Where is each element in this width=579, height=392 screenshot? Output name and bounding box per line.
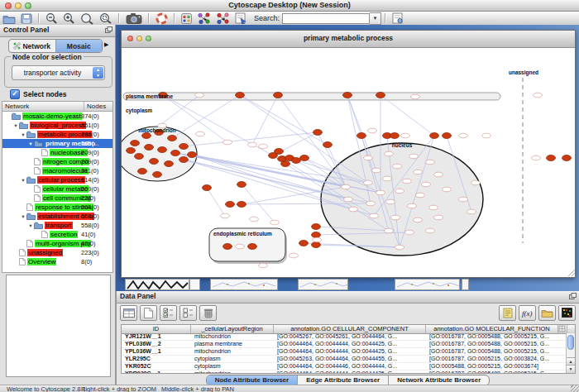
network-node[interactable] — [127, 148, 136, 154]
table-row[interactable]: YPL036W__2plasma membrane[GO:0044464, GO… — [122, 341, 566, 348]
network-node-label[interactable] — [366, 201, 376, 206]
network-node-label[interactable] — [403, 179, 412, 184]
attribute-table-button[interactable] — [120, 305, 137, 321]
network-node[interactable] — [562, 155, 572, 161]
select-nodes-checkbox[interactable]: ✓ — [10, 89, 20, 99]
tree-row[interactable]: ▼metabolic process280(0) — [2, 130, 112, 139]
tab-mosaic[interactable]: Mosaic — [56, 40, 103, 52]
help-button[interactable] — [154, 12, 170, 25]
table-row[interactable]: YDR039C__1mitochondrion[GO:0044464, GO:0… — [122, 370, 566, 373]
network-node[interactable] — [131, 141, 140, 146]
network-node-label[interactable] — [426, 228, 435, 233]
network-node-label[interactable] — [248, 142, 257, 147]
delete-attribute-button[interactable] — [199, 305, 217, 321]
tree-row[interactable]: ▼biological_process651(0) — [2, 121, 112, 130]
network-node-label[interactable] — [385, 228, 394, 233]
vizmapper-button[interactable] — [179, 12, 194, 25]
network-node[interactable] — [165, 161, 174, 167]
network-node[interactable] — [171, 151, 180, 156]
network-node-label[interactable] — [395, 245, 404, 250]
background-window-strip[interactable] — [125, 279, 189, 290]
network-node[interactable] — [547, 155, 556, 161]
tree-column-network[interactable]: Network — [2, 102, 84, 111]
network-node[interactable] — [312, 242, 321, 248]
tree-row[interactable]: ▼establishment of lo558(0) — [2, 212, 112, 221]
layout-network-button[interactable] — [195, 12, 213, 25]
network-node-label[interactable] — [532, 155, 541, 160]
column-header[interactable]: ID — [122, 325, 191, 333]
float-panel-icon[interactable] — [569, 293, 577, 299]
background-window-strip[interactable] — [210, 279, 278, 290]
network-node-label[interactable] — [221, 213, 230, 218]
network-node-label[interactable] — [414, 170, 423, 174]
tree-row[interactable]: ▼cellular process614(0) — [2, 175, 112, 184]
network-node[interactable] — [179, 157, 189, 163]
save-session-button[interactable] — [19, 12, 34, 25]
network-node[interactable] — [188, 152, 197, 158]
network-node-label[interactable] — [223, 140, 232, 145]
network-node[interactable] — [313, 130, 323, 136]
disclosure-icon[interactable]: ▼ — [20, 178, 26, 183]
network-node[interactable] — [430, 133, 439, 139]
background-window-strip[interactable] — [189, 279, 200, 290]
table-row[interactable]: YKR052Ccytoplasm[GO:0044464, GO:0044446,… — [122, 363, 566, 370]
network-node-label[interactable] — [195, 93, 204, 98]
tree-row[interactable]: response to stimulu264(0) — [2, 203, 112, 212]
tree-row[interactable]: ▼primary metabo209(... — [2, 139, 112, 148]
network-node[interactable] — [179, 144, 189, 150]
network-node[interactable] — [312, 232, 321, 238]
network-node-label[interactable] — [429, 205, 438, 210]
network-node-label[interactable] — [459, 133, 468, 138]
matrix-view-button[interactable] — [558, 305, 576, 321]
network-node-label[interactable] — [414, 218, 423, 222]
background-window-strip[interactable] — [462, 279, 469, 290]
snapshot-button[interactable] — [124, 12, 144, 25]
network-node[interactable] — [237, 202, 246, 208]
network-node[interactable] — [145, 145, 154, 151]
network-node[interactable] — [138, 169, 147, 174]
search-input[interactable] — [282, 13, 370, 24]
tree-row[interactable]: cell communicat22(0) — [2, 194, 112, 203]
network-node-label[interactable] — [395, 189, 404, 194]
network-node[interactable] — [299, 241, 309, 246]
scroll-down-icon[interactable]: ▼ — [567, 365, 575, 373]
float-panel-icon[interactable] — [105, 26, 112, 33]
disclosure-icon[interactable]: ▼ — [27, 223, 34, 228]
network-node[interactable] — [390, 133, 400, 139]
column-header[interactable]: _cellularLayoutRegion — [191, 325, 274, 333]
network-node[interactable] — [142, 133, 151, 139]
zoom-selected-button[interactable] — [98, 12, 114, 25]
attribute-notes-button[interactable] — [499, 305, 516, 321]
network-node[interactable] — [300, 155, 309, 161]
network-node-label[interactable] — [349, 207, 358, 212]
annotation-button[interactable] — [233, 12, 248, 25]
network-node-label[interactable] — [385, 151, 394, 156]
network-node-label[interactable] — [259, 144, 268, 149]
column-header[interactable]: annotation.GO MOLECULAR_FUNCTION — [426, 325, 558, 333]
network-node[interactable] — [237, 182, 246, 188]
network-node-label[interactable] — [482, 133, 491, 138]
frame-resize-grip[interactable] — [568, 270, 575, 276]
network-node-label[interactable] — [459, 197, 468, 202]
search-dropdown-button[interactable]: ▼ — [370, 12, 381, 25]
network-node-label[interactable] — [364, 155, 373, 160]
network-node-label[interactable] — [434, 215, 443, 220]
table-row[interactable]: YJR121W__1mitochondrion[GO:0045267, GO:0… — [122, 333, 566, 341]
network-node-label[interactable] — [422, 182, 431, 187]
network-node-label[interactable] — [393, 164, 402, 169]
network-node-label[interactable] — [372, 168, 381, 173]
network-node-label[interactable] — [364, 180, 373, 185]
layout-selected-button[interactable] — [214, 12, 232, 25]
network-node-label[interactable] — [250, 217, 259, 222]
network-node-label[interactable] — [411, 94, 420, 99]
network-node[interactable] — [150, 159, 159, 165]
network-node[interactable] — [275, 149, 284, 155]
network-node[interactable] — [158, 147, 167, 153]
network-node-label[interactable] — [376, 190, 385, 195]
network-node-label[interactable] — [368, 128, 377, 133]
network-node[interactable] — [281, 161, 290, 167]
function-builder-button[interactable]: f(x) — [519, 305, 536, 321]
network-node[interactable] — [357, 133, 366, 139]
background-window-strip[interactable] — [298, 279, 348, 290]
tree-row[interactable]: Overview8(0) — [2, 257, 112, 266]
